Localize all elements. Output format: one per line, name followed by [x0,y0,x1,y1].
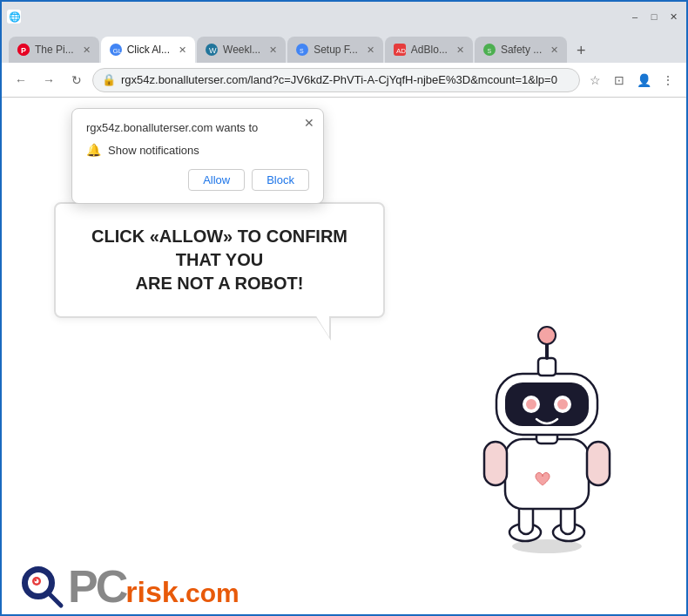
tab-weekly-label: Weekl... [223,44,260,56]
svg-text:🌐: 🌐 [9,10,21,23]
minimize-button[interactable]: – [627,9,643,24]
pinterest-favicon-icon: P [17,44,30,56]
svg-text:P: P [21,46,26,55]
tab-safety-label: Safety ... [501,44,542,56]
popup-close-button[interactable]: ✕ [304,116,314,130]
robot-svg [460,304,634,557]
safety-favicon-icon: S [483,44,496,56]
tab-pinterest[interactable]: P The Pi... ✕ [9,37,99,63]
svg-point-26 [526,399,536,410]
popup-notification-row: 🔔 Show notifications [86,143,309,157]
title-bar: 🌐 – □ ✕ [2,2,686,31]
tab-click-al[interactable]: GL Click Al... ✕ [101,37,195,63]
page-content: ✕ rgx54z.bonalluterser.com wants to 🔔 Sh… [2,98,686,616]
tab-setup[interactable]: S Setup F... ✕ [287,37,383,63]
profile-icon[interactable]: 👤 [632,69,655,91]
click-favicon-icon: GL [110,44,122,56]
tab-adblock-close[interactable]: ✕ [456,44,464,56]
speech-bubble: CLICK «ALLOW» TO CONFIRM THAT YOU ARE NO… [54,202,385,318]
svg-text:GL: GL [112,47,122,55]
svg-rect-20 [484,442,507,485]
tab-adblock[interactable]: AD AdBlo... ✕ [385,37,473,63]
notification-popup: ✕ rgx54z.bonalluterser.com wants to 🔔 Sh… [71,108,324,204]
tab-setup-label: Setup F... [314,44,358,56]
svg-point-28 [557,399,568,410]
tab-click-label: Click Al... [127,44,170,56]
bubble-line1: CLICK «ALLOW» TO CONFIRM THAT YOU [91,227,347,269]
tab-adblock-label: AdBlo... [411,44,448,56]
wp-favicon-icon: W [206,44,218,56]
bell-icon: 🔔 [86,143,101,157]
pcrisk-text: PC risk .com [68,564,239,609]
bookmark-icon[interactable]: ☆ [583,69,606,91]
tabs-bar: P The Pi... ✕ GL Click Al... ✕ W Weekl..… [2,31,686,63]
browser-chrome: 🌐 – □ ✕ P The Pi... ✕ GL Click Al... ✕ [2,2,686,98]
tab-pinterest-label: The Pi... [35,44,74,56]
url-text: rgx54z.bonalluterser.com/land?c=JV6kdZ-P… [121,73,557,86]
setup-favicon-icon: S [296,44,308,56]
pcrisk-logo: PC risk .com [19,564,239,609]
tab-pinterest-close[interactable]: ✕ [83,44,91,56]
adblock-favicon-icon: AD [394,44,406,56]
svg-point-36 [35,579,37,581]
tab-click-close[interactable]: ✕ [179,44,186,56]
browser-logo-icon: 🌐 [7,10,21,24]
pcrisk-magnifier-icon [19,564,64,609]
svg-point-31 [538,327,556,344]
url-box[interactable]: 🔒 rgx54z.bonalluterser.com/land?c=JV6kdZ… [92,68,580,92]
bubble-text: CLICK «ALLOW» TO CONFIRM THAT YOU ARE NO… [80,225,359,295]
popup-buttons: Allow Block [86,169,309,191]
refresh-button[interactable]: ↻ [64,68,89,92]
tab-safety-close[interactable]: ✕ [550,44,558,56]
allow-button[interactable]: Allow [188,169,245,191]
tab-safety[interactable]: S Safety ... ✕ [475,37,567,63]
block-button[interactable]: Block [252,169,309,191]
pc-letters: PC [68,564,125,609]
tab-setup-close[interactable]: ✕ [367,44,374,56]
svg-rect-29 [538,358,556,376]
popup-notification-text: Show notifications [108,144,199,157]
popup-title: rgx54z.bonalluterser.com wants to [86,121,309,134]
risk-text: risk [125,575,179,609]
new-tab-button[interactable]: + [569,38,593,63]
close-button[interactable]: ✕ [665,9,681,24]
tab-weekly-close[interactable]: ✕ [269,44,277,56]
split-view-icon[interactable]: ⊡ [608,69,631,91]
svg-text:S: S [300,48,304,54]
menu-icon[interactable]: ⋮ [657,69,679,91]
svg-line-37 [50,594,61,606]
bubble-line2: ARE NOT A ROBOT! [136,274,304,293]
tab-weekly[interactable]: W Weekl... ✕ [197,37,286,63]
robot-image [460,304,634,548]
maximize-button[interactable]: □ [646,9,662,24]
dotcom-text: .com [179,579,239,608]
forward-button[interactable]: → [37,68,61,92]
svg-rect-24 [505,382,589,426]
address-bar: ← → ↻ 🔒 rgx54z.bonalluterser.com/land?c=… [2,63,686,98]
speech-bubble-area: CLICK «ALLOW» TO CONFIRM THAT YOU ARE NO… [54,202,460,318]
lock-icon: 🔒 [102,73,116,86]
address-icons: ☆ ⊡ 👤 ⋮ [583,69,679,91]
svg-text:AD: AD [396,47,406,55]
svg-text:S: S [487,48,491,54]
svg-rect-21 [587,442,610,485]
svg-text:W: W [209,46,217,55]
back-button[interactable]: ← [9,68,33,92]
window-controls: – □ ✕ [627,9,681,24]
